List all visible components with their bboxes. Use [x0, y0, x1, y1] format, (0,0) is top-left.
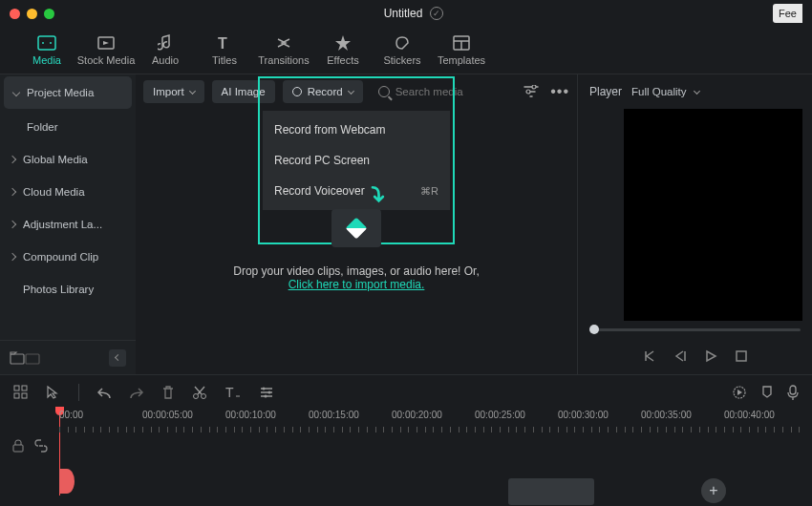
media-icon: [37, 34, 56, 52]
chevron-down-icon: [348, 87, 354, 94]
collapse-sidebar-button[interactable]: [109, 349, 126, 367]
new-bin-icon[interactable]: [25, 351, 40, 365]
tab-media[interactable]: Media: [17, 34, 76, 66]
timeline: T 00:00 00:00:05:00 00:00:10:00 00:00:15…: [0, 374, 812, 506]
dropdown-record-webcam[interactable]: Record from Webcam: [263, 115, 450, 145]
track-area[interactable]: +: [59, 432, 812, 506]
text-tool-icon[interactable]: T: [224, 385, 242, 400]
svg-rect-16: [14, 393, 19, 398]
link-track-icon[interactable]: [33, 439, 49, 453]
import-graphic: [326, 192, 387, 253]
record-button[interactable]: Record: [283, 80, 363, 103]
svg-point-10: [532, 85, 536, 89]
svg-point-22: [268, 391, 271, 394]
svg-rect-14: [14, 386, 19, 390]
delete-icon[interactable]: [161, 385, 175, 400]
new-folder-icon[interactable]: [10, 351, 25, 365]
sidebar-item-cloud-media[interactable]: Cloud Media: [0, 176, 136, 208]
close-window-icon[interactable]: [10, 9, 20, 19]
quality-selector[interactable]: Full Quality: [631, 86, 699, 97]
player-header: Player Full Quality: [578, 74, 812, 109]
sync-status-icon[interactable]: ✓: [430, 7, 443, 20]
scrub-thumb[interactable]: [589, 325, 599, 334]
document-title: Untitled: [384, 7, 423, 20]
chevron-down-icon: [12, 89, 20, 96]
chevron-down-icon: [694, 87, 700, 94]
sidebar-project-media[interactable]: Project Media: [4, 76, 132, 109]
tab-effects[interactable]: Effects: [313, 34, 373, 66]
video-preview[interactable]: [624, 109, 802, 321]
dropdown-record-screen[interactable]: Record PC Screen: [263, 145, 450, 176]
timeline-toolbar: T: [0, 375, 812, 410]
feedback-button[interactable]: Fee: [773, 4, 802, 23]
svg-rect-26: [13, 445, 23, 452]
tab-stickers[interactable]: Stickers: [373, 34, 432, 66]
track-headers: [0, 432, 59, 506]
prev-frame-icon[interactable]: [643, 349, 656, 363]
cut-icon[interactable]: [192, 385, 207, 400]
record-icon: [292, 87, 302, 96]
search-box[interactable]: [371, 80, 489, 103]
sidebar-item-adjustment-layer[interactable]: Adjustment La...: [0, 208, 136, 241]
player-label: Player: [589, 85, 622, 98]
render-icon[interactable]: [732, 385, 747, 400]
mic-icon[interactable]: [787, 385, 799, 400]
sidebar-item-photos-library[interactable]: Photos Library: [0, 273, 136, 306]
dropzone-text: Drop your video clips, images, or audio …: [233, 264, 479, 291]
scrub-bar[interactable]: [578, 321, 812, 338]
marker-icon[interactable]: [760, 385, 774, 400]
chevron-right-icon: [9, 156, 16, 163]
lock-track-icon[interactable]: [11, 439, 26, 453]
import-button[interactable]: Import: [143, 80, 204, 103]
redo-icon[interactable]: [129, 386, 144, 399]
sidebar-item-global-media[interactable]: Global Media: [0, 143, 136, 176]
stock-media-icon: [96, 34, 116, 52]
grid-icon[interactable]: [13, 385, 29, 400]
app-logo-icon: [346, 218, 368, 240]
tab-stock-media[interactable]: Stock Media: [76, 34, 136, 66]
sidebar-item-compound-clip[interactable]: Compound Clip: [0, 241, 136, 273]
import-link[interactable]: Click here to import media.: [288, 278, 425, 291]
effects-icon: [333, 34, 353, 52]
svg-point-1: [42, 42, 44, 44]
tab-titles[interactable]: T Titles: [195, 34, 254, 66]
tab-transitions[interactable]: Transitions: [254, 34, 313, 66]
sidebar: Project Media Folder Global Media Cloud …: [0, 74, 136, 374]
arrow-down-icon: [360, 184, 385, 209]
undo-icon[interactable]: [96, 386, 112, 399]
svg-rect-9: [26, 354, 39, 364]
svg-rect-25: [790, 386, 796, 394]
svg-point-18: [194, 394, 199, 399]
step-back-icon[interactable]: [673, 349, 687, 363]
more-options-icon[interactable]: •••: [550, 83, 569, 100]
svg-text:T: T: [225, 385, 234, 400]
sidebar-bottom-bar: [0, 340, 136, 374]
maximize-window-icon[interactable]: [44, 9, 54, 19]
chevron-right-icon: [9, 221, 16, 228]
search-icon: [378, 86, 390, 97]
stickers-icon: [393, 34, 412, 52]
transitions-icon: [274, 34, 293, 52]
search-input[interactable]: [395, 86, 481, 97]
adjust-icon[interactable]: [259, 386, 274, 399]
play-icon[interactable]: [704, 349, 717, 363]
track-clip[interactable]: [508, 478, 594, 505]
player-controls: [578, 338, 812, 374]
add-track-button[interactable]: +: [701, 478, 726, 503]
chevron-right-icon: [9, 253, 16, 261]
tab-templates[interactable]: Templates: [432, 34, 491, 66]
filter-icon[interactable]: [524, 85, 539, 98]
ai-image-button[interactable]: AI Image: [212, 80, 275, 103]
pointer-icon[interactable]: [46, 385, 61, 400]
sidebar-item-folder[interactable]: Folder: [0, 111, 136, 143]
tab-audio[interactable]: Audio: [136, 34, 195, 66]
track-marker[interactable]: [59, 469, 75, 494]
minimize-window-icon[interactable]: [27, 9, 37, 19]
timeline-tracks[interactable]: +: [0, 432, 812, 506]
timeline-ruler[interactable]: 00:00 00:00:05:00 00:00:10:00 00:00:15:0…: [0, 410, 812, 432]
chevron-down-icon: [189, 87, 196, 94]
chevron-left-icon: [114, 354, 120, 361]
content-toolbar: Import AI Image Record •••: [136, 74, 577, 109]
svg-point-21: [263, 388, 266, 390]
stop-icon[interactable]: [735, 349, 748, 363]
